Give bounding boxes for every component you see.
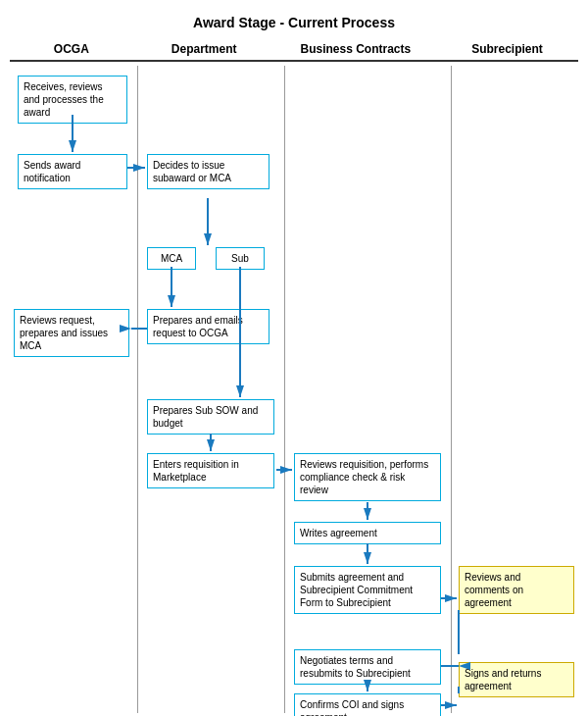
box-sends-notification: Sends award notification [18,154,127,189]
box-reviews-requisition: Reviews requisition, performs compliance… [294,453,441,501]
col-header-subrecipient: Subrecipient [436,42,578,56]
box-receives-reviews: Receives, reviews and processes the awar… [18,76,127,124]
lane-divider-2 [284,66,285,713]
box-reviews-comments: Reviews and comments on agreement [459,566,574,614]
box-sub: Sub [216,247,265,270]
col-header-department: Department [133,42,275,56]
box-writes-agreement: Writes agreement [294,522,441,544]
diagram-area: Receives, reviews and processes the awar… [10,66,578,713]
lane-divider-1 [137,66,138,713]
box-submits-agreement: Submits agreement and Subrecipient Commi… [294,566,441,614]
column-headers: OCGA Department Business Contracts Subre… [10,42,578,62]
col-header-ocga: OCGA [10,42,133,56]
box-enters-requisition: Enters requisition in Marketplace [147,453,274,488]
box-confirms-coi: Confirms COI and signs agreement [294,693,441,716]
box-negotiates-terms: Negotiates terms and resubmits to Subrec… [294,649,441,685]
box-decides-issue: Decides to issue subaward or MCA [147,154,270,189]
box-mca: MCA [147,247,196,270]
page: Award Stage - Current Process OCGA Depar… [0,0,588,716]
lane-divider-3 [451,66,452,713]
box-reviews-request: Reviews request, prepares and issues MCA [14,309,129,357]
col-header-business-contracts: Business Contracts [275,42,436,56]
page-title: Award Stage - Current Process [10,15,578,30]
box-signs-returns: Signs and returns agreement [459,662,574,697]
box-prepares-sow: Prepares Sub SOW and budget [147,399,274,435]
box-prepares-emails: Prepares and emails request to OCGA [147,309,270,344]
